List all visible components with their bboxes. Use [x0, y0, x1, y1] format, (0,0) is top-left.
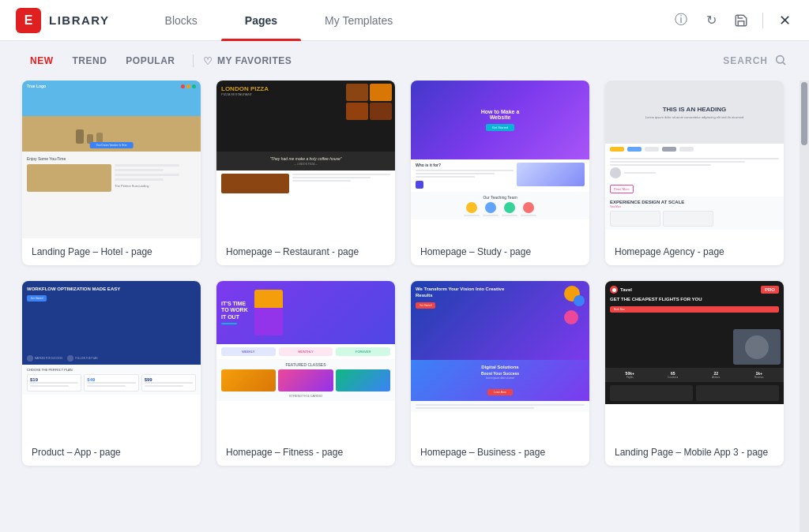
template-label-business: Homepage – Business - page — [411, 439, 589, 466]
template-card-study[interactable]: How to Make aWebsite Get Started Who is … — [411, 81, 589, 265]
favorites-label: MY FAVORITES — [217, 55, 292, 66]
template-card-fitness[interactable]: IT'S TIMETO WORKIT OUT WEEKLY MONTHLY FO… — [216, 281, 395, 466]
template-label-hotel: Landing Page – Hotel - page — [22, 238, 201, 265]
template-label-fitness: Homepage – Fitness - page — [216, 439, 395, 466]
filter-divider — [193, 54, 194, 67]
template-card-hotel[interactable]: True Logo — [22, 81, 201, 265]
nav-tabs: Blocks Pages My Templates — [141, 0, 672, 41]
elementor-logo-icon: E — [16, 8, 41, 33]
info-icon[interactable]: ⓘ — [672, 12, 690, 29]
header-actions: ⓘ ↻ ✕ — [672, 12, 793, 29]
search-area: SEARCH — [723, 54, 787, 69]
template-label-study: Homepage – Study - page — [411, 238, 589, 265]
template-label-restaurant: Homepage – Restaurant - page — [216, 238, 395, 265]
template-label-mobile: Landing Page – Mobile App 3 - page — [605, 439, 784, 466]
template-card-product[interactable]: WORKFLOW OPTIMIZATION MADE EASY Get Star… — [22, 281, 201, 466]
tab-my-templates[interactable]: My Templates — [301, 0, 416, 41]
filter-popular[interactable]: POPULAR — [118, 52, 182, 69]
scrollbar-track[interactable] — [800, 81, 809, 532]
logo-area: E LIBRARY — [16, 8, 110, 33]
heart-icon: ♡ — [203, 55, 213, 67]
app-window: E LIBRARY Blocks Pages My Templates ⓘ ↻ … — [0, 0, 809, 532]
scrollbar-thumb[interactable] — [801, 82, 807, 145]
main-content: True Logo — [0, 81, 800, 532]
favorites-button[interactable]: ♡ MY FAVORITES — [203, 55, 292, 67]
svg-line-1 — [783, 62, 785, 65]
template-card-restaurant[interactable]: LONDON PIZZA PIZZA RESTAURANT — [216, 81, 395, 265]
template-card-agency[interactable]: THIS IS AN HEADING Lorem ipsum dolor sit… — [605, 81, 784, 265]
search-label: SEARCH — [723, 55, 768, 66]
refresh-icon[interactable]: ↻ — [702, 12, 720, 29]
thumbnail-business: We Transform Your Vision Into Creative R… — [411, 281, 589, 439]
template-label-agency: Homepage Agency - page — [605, 238, 784, 265]
search-icon[interactable] — [774, 54, 787, 69]
thumbnail-hotel: True Logo — [22, 81, 201, 238]
content-area: True Logo — [0, 81, 809, 532]
template-grid: True Logo — [22, 81, 784, 466]
thumbnail-agency: THIS IS AN HEADING Lorem ipsum dolor sit… — [605, 81, 784, 238]
thumbnail-mobile: PRO Tavel GET THE CHEAPEST FLIGHTS FOR Y… — [605, 281, 784, 439]
tab-blocks[interactable]: Blocks — [141, 0, 221, 41]
filter-new[interactable]: NEW — [22, 52, 62, 69]
filter-trend[interactable]: TREND — [65, 52, 115, 69]
thumbnail-fitness: IT'S TIMETO WORKIT OUT WEEKLY MONTHLY FO… — [216, 281, 395, 439]
filter-bar: NEW TREND POPULAR ♡ MY FAVORITES SEARCH — [0, 41, 809, 81]
tab-pages[interactable]: Pages — [221, 0, 301, 41]
template-card-mobile[interactable]: PRO Tavel GET THE CHEAPEST FLIGHTS FOR Y… — [605, 281, 784, 466]
library-title: LIBRARY — [49, 13, 110, 27]
thumbnail-restaurant: LONDON PIZZA PIZZA RESTAURANT — [216, 81, 395, 238]
svg-point-0 — [777, 55, 784, 62]
thumbnail-product: WORKFLOW OPTIMIZATION MADE EASY Get Star… — [22, 281, 201, 439]
header-divider — [762, 13, 763, 28]
template-label-product: Product – App - page — [22, 439, 201, 466]
header: E LIBRARY Blocks Pages My Templates ⓘ ↻ … — [0, 0, 809, 41]
thumbnail-study: How to Make aWebsite Get Started Who is … — [411, 81, 589, 238]
save-icon[interactable] — [732, 12, 750, 29]
close-icon[interactable]: ✕ — [776, 12, 793, 29]
filter-tabs: NEW TREND POPULAR — [22, 52, 183, 69]
template-card-business[interactable]: We Transform Your Vision Into Creative R… — [411, 281, 589, 466]
